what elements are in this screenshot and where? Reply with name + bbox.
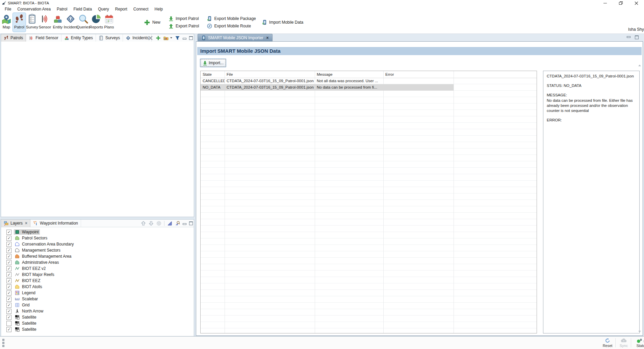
close-icon[interactable]: ×	[25, 221, 27, 225]
layer-checkbox[interactable]: ✓	[6, 309, 11, 314]
import-button[interactable]: Import...	[200, 59, 226, 67]
layer-row-biot-atolls[interactable]: ✓ BIOT Atolls	[1, 284, 194, 290]
menu-conservation-area[interactable]: Conservation Area	[14, 7, 54, 11]
menu-field-data[interactable]: Field Data	[70, 7, 95, 11]
layer-checkbox[interactable]: ✓	[6, 303, 11, 308]
layer-row-management-sectors[interactable]: ✓ Management Sectors	[1, 247, 194, 253]
import-mobile-data-button[interactable]: Import Mobile Data	[262, 12, 303, 32]
layer-row-biot-eez[interactable]: ✓ BIOT EEZ	[1, 278, 194, 284]
reset-button[interactable]: Reset	[600, 338, 615, 348]
layer-row-north-arrow[interactable]: ✓ North Arrow	[1, 308, 194, 314]
layer-checkbox[interactable]: ✓	[6, 248, 11, 253]
layer-checkbox[interactable]: ✓	[6, 266, 11, 271]
tab-patrols[interactable]: Patrols	[1, 34, 26, 42]
close-icon[interactable]: ×	[266, 36, 269, 40]
globe-icon[interactable]	[156, 221, 161, 226]
tab-field-sensor[interactable]: Field Sensor	[26, 34, 61, 42]
minimize-icon[interactable]	[627, 36, 630, 38]
column-header-file[interactable]: File	[225, 71, 315, 78]
tab-surveys[interactable]: Surveys	[96, 34, 123, 42]
add-icon[interactable]	[156, 36, 161, 41]
delete-icon[interactable]	[148, 36, 153, 41]
toolbar-patrol[interactable]: Patrol	[13, 13, 26, 32]
minimize-icon[interactable]	[597, 0, 613, 6]
table-row[interactable]: NO_DATA CTDATA_2024-07-03T16_15_09_Patro…	[201, 84, 537, 91]
toolbar-map[interactable]: Map	[0, 13, 13, 32]
export-mobile-route-button[interactable]: Export Mobile Route	[207, 23, 256, 29]
tab-entity-types[interactable]: Entity Types	[61, 34, 96, 42]
layer-checkbox[interactable]: ✓	[6, 254, 11, 259]
transparency-icon[interactable]	[167, 221, 172, 226]
toolbar-entity[interactable]: Entity	[51, 13, 64, 32]
minimize-icon[interactable]	[183, 223, 186, 225]
move-down-icon[interactable]	[149, 221, 154, 226]
menu-patrol[interactable]: Patrol	[54, 7, 70, 11]
scroll-down-icon[interactable]	[638, 331, 641, 332]
export-mobile-package-button[interactable]: Export Mobile Package	[207, 16, 256, 21]
tab-smart-mobile-json-importer[interactable]: SMART Mobile JSON Importer ×	[198, 34, 273, 41]
menu-connect[interactable]: Connect	[130, 7, 152, 11]
reports-icon	[91, 14, 101, 24]
layer-checkbox[interactable]: ✓	[6, 297, 11, 302]
export-patrol-button[interactable]: Export Patrol	[169, 23, 199, 29]
toolbar-reports[interactable]: Reports	[90, 13, 103, 32]
table-row[interactable]: CANCELLED CTDATA_2024-07-03T16_15_09_Pat…	[201, 78, 537, 84]
layer-checkbox[interactable]: ✓	[6, 315, 11, 320]
menu-query[interactable]: Query	[95, 7, 112, 11]
maximize-icon[interactable]	[635, 36, 639, 39]
menu-report[interactable]: Report	[112, 7, 130, 11]
column-header-state[interactable]: State	[201, 71, 225, 78]
tab-waypoint-information[interactable]: i Waypoint Information	[30, 219, 81, 227]
layer-row-scalebar[interactable]: ✓ Scalebar	[1, 296, 194, 302]
toolbar-sensor[interactable]: Sensor	[38, 13, 51, 32]
layer-checkbox[interactable]: ✓	[6, 290, 11, 296]
scroll-up-icon[interactable]	[638, 65, 641, 66]
layer-row-satellite-3[interactable]: ✓ Satellite	[1, 326, 194, 332]
filter-icon[interactable]	[175, 36, 180, 41]
layer-checkbox[interactable]: ✓	[6, 236, 11, 241]
layer-checkbox[interactable]: ✓	[6, 321, 11, 326]
menu-file[interactable]: File	[2, 7, 14, 11]
sync-button[interactable]: Sync	[616, 338, 632, 348]
tab-layers[interactable]: Layers ×	[1, 219, 30, 227]
layer-checkbox[interactable]: ✓	[6, 327, 11, 332]
toolbar-plans[interactable]: Plans	[103, 13, 115, 32]
column-header-error[interactable]: Error	[383, 71, 454, 78]
folder-icon[interactable]	[163, 36, 169, 41]
minimize-icon[interactable]	[183, 38, 186, 40]
layer-checkbox[interactable]: ✓	[6, 284, 11, 289]
layer-checkbox[interactable]: ✓	[6, 260, 11, 265]
layer-row-waypoint[interactable]: ✓ Waypoint	[1, 229, 194, 235]
tab-incidents[interactable]: Incidents	[123, 34, 152, 42]
layer-checkbox[interactable]: ✓	[6, 230, 11, 235]
restore-icon[interactable]	[613, 0, 628, 6]
layer-row-grid[interactable]: ✓ Grid	[1, 302, 194, 308]
maximize-icon[interactable]	[189, 36, 193, 40]
layer-row-satellite-2[interactable]: ✓ Satellite	[1, 320, 194, 326]
move-up-icon[interactable]	[141, 221, 146, 226]
import-patrol-button[interactable]: Import Patrol	[169, 16, 199, 21]
menu-help[interactable]: Help	[152, 7, 166, 11]
column-header-message[interactable]: Message	[315, 71, 383, 78]
layer-row-legend[interactable]: ✓ Legend	[1, 290, 194, 296]
layer-row-patrol-sectors[interactable]: ✓ Patrol Sectors	[1, 235, 194, 241]
layer-row-biot-eez-v2[interactable]: ✓ BIOT EEZ v2	[1, 265, 194, 272]
layer-checkbox[interactable]: ✓	[6, 242, 11, 247]
layer-row-biot-major-reefs[interactable]: ✓ BIOT Major Reefs	[1, 272, 194, 278]
maximize-icon[interactable]	[189, 222, 193, 225]
status-button[interactable]: Status	[632, 338, 644, 348]
layer-row-satellite-1[interactable]: ✓ Satellite	[1, 314, 194, 320]
layer-checkbox[interactable]: ✓	[6, 278, 11, 283]
statusbar-grip[interactable]	[2, 339, 4, 348]
chevron-down-icon[interactable]	[170, 37, 172, 39]
zoom-selection-icon[interactable]	[175, 221, 180, 226]
layer-row-conservation-area-boundary[interactable]: ✓ Conservation Area Boundary	[1, 241, 194, 247]
close-icon[interactable]	[628, 0, 644, 6]
layer-row-buffered-management-area[interactable]: ✓ Buffered Management Area	[1, 253, 194, 259]
layer-row-administrative-areas[interactable]: ✓ Administrative Areas	[1, 259, 194, 265]
toolbar-survey[interactable]: Survey	[26, 13, 38, 32]
new-button[interactable]: New	[144, 12, 160, 32]
toolbar-incident[interactable]: Incident	[64, 13, 77, 32]
layer-checkbox[interactable]: ✓	[6, 272, 11, 277]
toolbar-queries[interactable]: Queries	[77, 13, 90, 32]
